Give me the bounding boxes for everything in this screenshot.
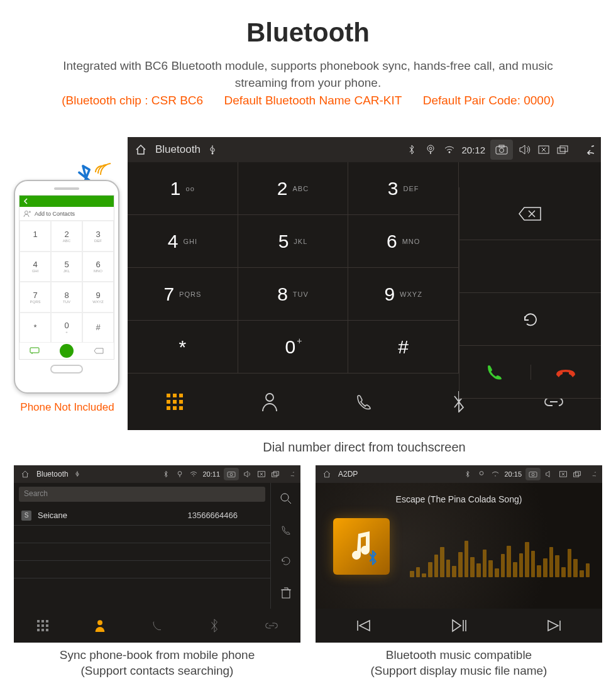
contact-badge: S (21, 511, 31, 521)
tab-recents[interactable] (128, 609, 185, 643)
tab-contacts[interactable] (223, 373, 317, 430)
camera-icon[interactable] (490, 140, 513, 160)
music-screen: A2DP 20:15 Escape (The Pina Colada Song) (316, 465, 602, 643)
phone-keypad: 1 2ABC 3DEF 4GHI 5JKL 6MNO 7PQRS 8TUV 9W… (19, 221, 114, 343)
backspace-button[interactable] (459, 187, 601, 240)
bluetooth-waves-icon (93, 158, 112, 177)
phone-topbar (19, 196, 114, 207)
note-code: Default Pair Code: 0000) (423, 94, 554, 107)
phone-dial-button (60, 344, 74, 358)
song-title: Escape (The Pina Colada Song) (316, 494, 602, 504)
key-4[interactable]: 4GHI (128, 215, 238, 268)
contact-row[interactable]: S Seicane 13566664466 (14, 506, 270, 526)
svg-rect-24 (529, 472, 537, 477)
key-9[interactable]: 9WXYZ (348, 268, 459, 321)
phone-mockup: Add to Contacts 1 2ABC 3DEF 4GHI 5JKL 6M… (14, 180, 119, 394)
svg-point-19 (281, 494, 289, 501)
location-icon (175, 469, 185, 479)
equalizer-icon (410, 527, 590, 577)
key-0[interactable]: 0+ (238, 321, 349, 373)
dialer-right-column (459, 187, 601, 399)
play-pause-button[interactable] (451, 619, 467, 633)
svg-rect-18 (273, 472, 278, 475)
svg-point-3 (429, 147, 432, 150)
key-7[interactable]: 7PQRS (128, 268, 238, 321)
refresh-button[interactable] (459, 293, 601, 346)
next-button[interactable] (547, 619, 562, 632)
recent-apps-icon[interactable] (572, 469, 582, 479)
status-time: 20:15 (504, 470, 522, 478)
contacts-screen: Bluetooth 20:11 Search S Seicane 1356666… (14, 465, 300, 643)
contact-name: Seicane (38, 511, 67, 520)
key-star[interactable]: * (128, 321, 238, 373)
dialer-caption: Dial number direct from touchscreen (128, 440, 601, 455)
home-icon[interactable] (134, 143, 148, 157)
svg-point-23 (495, 475, 496, 476)
note-name: Default Bluetooth Name CAR-KIT (224, 94, 402, 107)
tab-bluetooth[interactable] (186, 609, 243, 643)
album-art (333, 518, 390, 575)
svg-rect-10 (560, 146, 568, 152)
volume-icon[interactable] (518, 143, 532, 157)
back-icon[interactable] (575, 143, 595, 157)
close-window-icon[interactable] (537, 143, 551, 157)
tab-recents[interactable] (317, 373, 412, 430)
home-icon[interactable] (20, 469, 30, 479)
prev-button[interactable] (356, 619, 371, 632)
svg-rect-17 (272, 473, 277, 477)
close-window-icon[interactable] (558, 469, 568, 479)
back-icon[interactable] (284, 469, 294, 479)
camera-icon[interactable] (525, 468, 541, 480)
page-subtitle: Integrated with BC6 Bluetooth module, su… (0, 48, 616, 91)
tab-contacts[interactable] (71, 609, 128, 643)
svg-point-13 (194, 475, 194, 476)
back-icon[interactable] (586, 469, 596, 479)
location-icon (476, 469, 487, 479)
key-6[interactable]: 6MNO (348, 215, 459, 268)
call-icon[interactable] (280, 524, 292, 536)
search-input[interactable]: Search (19, 487, 265, 502)
wifi-icon (189, 469, 199, 479)
tab-keypad[interactable] (14, 609, 71, 643)
key-5[interactable]: 5JKL (238, 215, 349, 268)
camera-icon[interactable] (224, 468, 239, 480)
svg-point-15 (230, 473, 233, 476)
volume-icon[interactable] (544, 469, 554, 479)
svg-point-21 (97, 620, 102, 625)
tab-keypad[interactable] (128, 373, 223, 430)
call-button[interactable] (459, 362, 531, 383)
phone-not-included-label: Phone Not Included (14, 401, 121, 414)
volume-icon[interactable] (243, 469, 253, 479)
music-note-icon (346, 529, 377, 564)
status-time: 20:12 (461, 145, 485, 155)
svg-point-4 (449, 152, 451, 153)
bluetooth-status-icon (405, 143, 419, 157)
key-8[interactable]: 8TUV (238, 268, 349, 321)
dialer-keypad: 1oo 2ABC 3DEF 4GHI 5JKL 6MNO 7PQRS 8TUV … (128, 162, 459, 373)
recent-apps-icon[interactable] (270, 469, 280, 479)
svg-point-22 (480, 472, 484, 475)
contacts-caption: Sync phone-book from mobile phone (Suppo… (14, 648, 300, 678)
sync-icon[interactable] (280, 555, 292, 567)
location-icon (424, 143, 437, 157)
search-icon[interactable] (280, 492, 292, 505)
page-title: Bluetooth (0, 0, 616, 48)
key-3[interactable]: 3DEF (348, 162, 459, 215)
delete-icon[interactable] (280, 587, 292, 599)
note-chip: (Bluetooth chip : CSR BC6 (62, 94, 203, 107)
key-1[interactable]: 1oo (128, 162, 238, 215)
svg-rect-1 (30, 348, 39, 353)
backspace-icon (94, 348, 104, 354)
recent-apps-icon[interactable] (556, 143, 569, 157)
key-hash[interactable]: # (348, 321, 459, 373)
svg-point-2 (211, 153, 213, 155)
hangup-button[interactable] (531, 365, 602, 380)
dialer-screen: Bluetooth 20:12 1oo 2ABC 3DEF 4GHI 5JKL … (128, 137, 601, 430)
svg-rect-20 (282, 590, 290, 598)
key-2[interactable]: 2ABC (238, 162, 349, 215)
svg-point-12 (179, 472, 182, 475)
close-window-icon[interactable] (256, 469, 267, 479)
home-icon[interactable] (322, 469, 332, 479)
tab-pair[interactable] (243, 609, 300, 643)
svg-point-11 (266, 394, 273, 401)
